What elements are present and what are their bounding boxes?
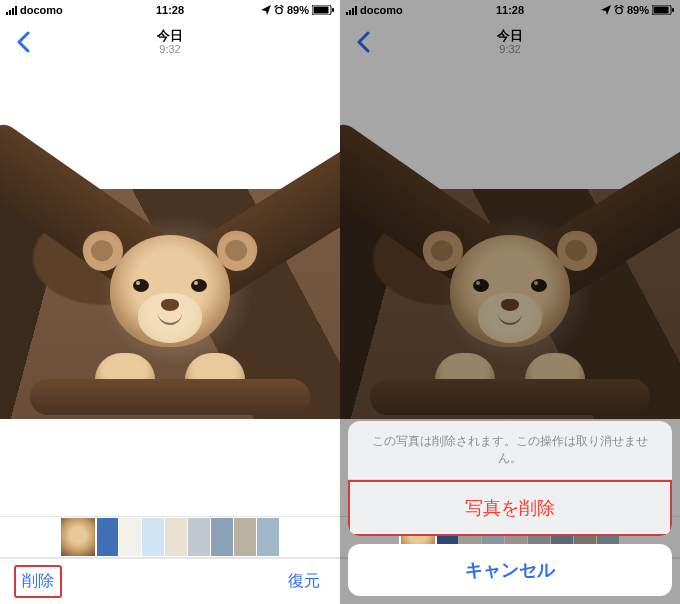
chevron-left-icon [16, 31, 30, 53]
delete-button[interactable]: 削除 [14, 565, 62, 598]
nav-day-label: 今日 [157, 29, 183, 43]
action-sheet-message: この写真は削除されます。この操作は取り消せません。 [348, 421, 672, 480]
bottom-toolbar: 削除 復元 [0, 558, 340, 604]
thumbnail[interactable] [96, 518, 118, 556]
nav-title: 今日 9:32 [157, 29, 183, 55]
thumbnail[interactable] [257, 518, 279, 556]
cancel-button[interactable]: キャンセル [348, 544, 672, 596]
location-icon [261, 5, 271, 15]
back-button[interactable] [8, 27, 38, 57]
thumbnail-selected[interactable] [61, 518, 95, 556]
alarm-icon [274, 5, 284, 15]
photo-viewer[interactable] [0, 64, 340, 514]
screen-photo-detail: docomo 11:28 89% [0, 0, 340, 604]
svg-rect-2 [314, 7, 329, 14]
action-sheet: この写真は削除されます。この操作は取り消せません。 写真を削除 キャンセル [348, 421, 672, 596]
svg-rect-3 [332, 8, 334, 12]
recover-button[interactable]: 復元 [282, 567, 326, 596]
thumbnail[interactable] [188, 518, 210, 556]
thumbnail[interactable] [119, 518, 141, 556]
thumbnail[interactable] [234, 518, 256, 556]
thumbnail-strip[interactable] [0, 516, 340, 558]
status-clock: 11:28 [156, 4, 184, 16]
delete-photo-button[interactable]: 写真を削除 [348, 480, 672, 536]
signal-icon [6, 6, 17, 15]
thumbnail[interactable] [165, 518, 187, 556]
battery-icon [312, 5, 334, 15]
battery-text: 89% [287, 4, 309, 16]
status-bar: docomo 11:28 89% [0, 0, 340, 20]
nav-time-label: 9:32 [157, 43, 183, 55]
thumbnail[interactable] [142, 518, 164, 556]
svg-point-0 [276, 7, 282, 13]
thumbnail[interactable] [211, 518, 233, 556]
nav-bar: 今日 9:32 [0, 20, 340, 64]
screen-delete-confirm: docomo 11:28 89% [340, 0, 680, 604]
carrier-label: docomo [20, 4, 63, 16]
photo-lion-cub [0, 189, 340, 419]
